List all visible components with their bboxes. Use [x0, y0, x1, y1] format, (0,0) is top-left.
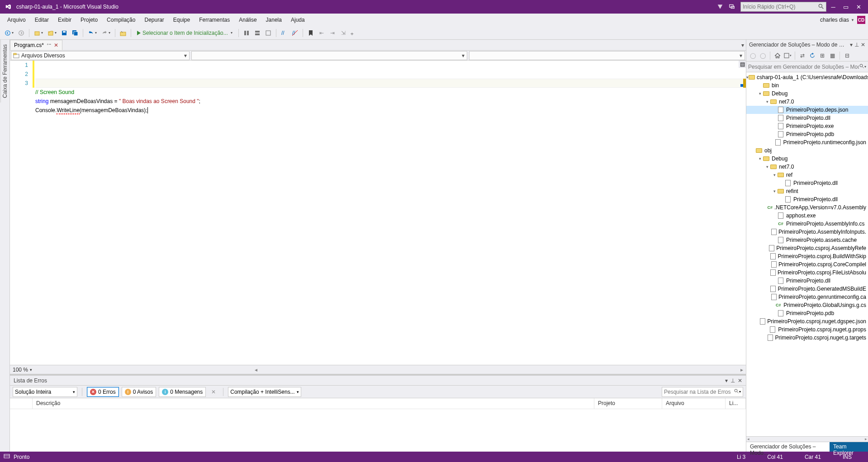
tree-file[interactable]: PrimeiroProjeto.dll: [746, 195, 868, 203]
tab-overflow-icon[interactable]: ▾: [741, 42, 744, 48]
solution-search[interactable]: ▾: [746, 61, 868, 72]
sx-sync-icon[interactable]: ▾: [783, 51, 792, 60]
maximize-button[interactable]: ▭: [840, 2, 852, 12]
menu-janela[interactable]: Janela: [261, 15, 286, 25]
tree-file[interactable]: PrimeiroProjeto.deps.json: [746, 106, 868, 114]
clear-filter-button[interactable]: ✕: [209, 387, 218, 397]
open-file-button[interactable]: ▾: [46, 28, 58, 38]
quick-launch[interactable]: [740, 2, 826, 12]
sx-properties-icon[interactable]: ▦: [828, 51, 837, 60]
tree-file[interactable]: PrimeiroProjeto.AssemblyInfoInputs.: [746, 228, 868, 236]
col-code[interactable]: [10, 398, 33, 409]
user-avatar[interactable]: CD: [857, 16, 865, 24]
warnings-toggle[interactable]: ! 0 Avisos: [122, 387, 156, 397]
panel-dropdown-icon[interactable]: ▾: [725, 377, 728, 384]
tree-file[interactable]: PrimeiroProjeto.csproj.nuget.dgspec.json: [746, 317, 868, 325]
save-button[interactable]: [59, 28, 69, 38]
sx-back-icon[interactable]: ◯: [748, 51, 757, 60]
menu-ajuda[interactable]: Ajuda: [286, 15, 309, 25]
tree-folder[interactable]: ▾net7.0: [746, 163, 868, 171]
tree-expander-icon[interactable]: ▾: [772, 173, 777, 177]
menu-depurar[interactable]: Depurar: [140, 15, 168, 25]
nav-member-dropdown[interactable]: ▾: [469, 51, 745, 60]
zoom-dropdown-icon[interactable]: ▾: [30, 368, 32, 372]
quick-launch-input[interactable]: [743, 4, 818, 10]
menu-exibir[interactable]: Exibir: [53, 15, 76, 25]
menu-equipe[interactable]: Equipe: [169, 15, 194, 25]
bookmark-button[interactable]: [306, 28, 316, 38]
sx-showall-icon[interactable]: ⊞: [818, 51, 827, 60]
menu-ferramentas[interactable]: Ferramentas: [194, 15, 234, 25]
tree-root[interactable]: ▾ csharp-01-aula_1 (C:\Users\esnafe\Down…: [746, 73, 868, 81]
tree-file[interactable]: PrimeiroProjeto.exe: [746, 122, 868, 130]
tree-file[interactable]: PrimeiroProjeto.csproj.BuildWithSkip: [746, 252, 868, 260]
solution-explorer-tab[interactable]: Gerenciador de Soluções – Modo...: [746, 442, 830, 452]
user-dropdown-icon[interactable]: ▼: [851, 18, 854, 22]
tree-folder[interactable]: ▾ref: [746, 171, 868, 179]
tb-extra-1[interactable]: ⇤: [317, 28, 327, 38]
tree-file[interactable]: PrimeiroProjeto.csproj.nuget.g.props: [746, 325, 868, 334]
sx-fwd-icon[interactable]: ◯: [758, 51, 767, 60]
team-explorer-tab[interactable]: Team Explorer: [830, 442, 868, 452]
tree-folder[interactable]: ▾net7.0: [746, 98, 868, 106]
solution-tree[interactable]: ▾ csharp-01-aula_1 (C:\Users\esnafe\Down…: [746, 72, 868, 436]
hscroll-left-icon[interactable]: ◂: [255, 367, 257, 373]
pin-icon[interactable]: ⁺⁼: [47, 42, 51, 47]
tree-file[interactable]: PrimeiroProjeto.GeneratedMSBuildE: [746, 285, 868, 293]
tree-expander-icon[interactable]: ▾: [757, 91, 763, 96]
col-description[interactable]: Descrição: [33, 398, 594, 409]
tree-folder[interactable]: ▾refint: [746, 187, 868, 195]
sx-preview-icon[interactable]: ⊟: [843, 51, 852, 60]
tree-folder[interactable]: ▾Debug: [746, 155, 868, 163]
tree-file[interactable]: PrimeiroProjeto.runtimeconfig.json: [746, 138, 868, 146]
panel-dropdown-icon[interactable]: ▾: [850, 42, 853, 48]
tree-file[interactable]: apphost.exe: [746, 212, 868, 220]
tree-file[interactable]: C#.NETCoreApp,Version=v7.0.Assembly: [746, 203, 868, 212]
comment-button[interactable]: //: [279, 28, 289, 38]
tree-folder[interactable]: ▾Debug: [746, 90, 868, 98]
solution-search-input[interactable]: [748, 64, 859, 70]
notifications-icon[interactable]: [715, 2, 725, 12]
code-editor[interactable]: 1 2 3 // Screen Sound string mensagemDeB…: [10, 61, 746, 365]
error-scope-dropdown[interactable]: Solução Inteira ▾: [13, 387, 77, 397]
tree-file[interactable]: PrimeiroProjeto.csproj.FileListAbsolu: [746, 269, 868, 277]
tree-file[interactable]: PrimeiroProjeto.assets.cache: [746, 236, 868, 244]
tree-folder[interactable]: bin: [746, 81, 868, 90]
tree-file[interactable]: PrimeiroProjeto.dll: [746, 114, 868, 122]
sx-home-icon[interactable]: [773, 51, 782, 60]
tree-file[interactable]: C#PrimeiroProjeto.GlobalUsings.g.cs: [746, 301, 868, 309]
tree-expander-icon[interactable]: ▾: [764, 165, 770, 169]
panel-close-icon[interactable]: ✕: [738, 377, 742, 384]
minimize-button[interactable]: ─: [827, 2, 839, 12]
close-button[interactable]: ✕: [853, 2, 864, 12]
tree-file[interactable]: C#PrimeiroProjeto.AssemblyInfo.cs: [746, 220, 868, 228]
menu-analise[interactable]: Análise: [234, 15, 261, 25]
panel-pin-icon[interactable]: ⊥: [730, 377, 735, 384]
save-all-button[interactable]: [70, 28, 80, 38]
tree-file[interactable]: PrimeiroProjeto.csproj.nuget.g.targets: [746, 334, 868, 342]
uncomment-button[interactable]: //: [290, 28, 300, 38]
menu-editar[interactable]: Editar: [30, 15, 53, 25]
col-line[interactable]: Li...: [726, 398, 746, 409]
zoom-level[interactable]: 100 %: [13, 367, 28, 373]
nav-forward-button[interactable]: [16, 28, 26, 38]
nav-project-dropdown[interactable]: Arquivos Diversos ▾: [11, 51, 190, 60]
hscroll-right-icon[interactable]: ▸: [740, 367, 743, 373]
editor-tab-program[interactable]: Program.cs* ⁺⁼ ✕: [10, 40, 62, 50]
menu-arquivo[interactable]: Arquivo: [3, 15, 30, 25]
tree-expander-icon[interactable]: ▾: [772, 189, 777, 193]
error-list-title-bar[interactable]: Lista de Erros ▾ ⊥ ✕: [10, 376, 746, 386]
step-button-2[interactable]: [252, 28, 262, 38]
menu-projeto[interactable]: Projeto: [76, 15, 102, 25]
user-name[interactable]: charles dias: [818, 17, 851, 23]
tree-file[interactable]: PrimeiroProjeto.dll: [746, 179, 868, 187]
solution-hscroll[interactable]: ◂ ▸: [746, 436, 868, 442]
step-button-3[interactable]: [263, 28, 273, 38]
search-icon[interactable]: [859, 63, 864, 70]
panel-close-icon[interactable]: ✕: [861, 42, 865, 48]
panel-pin-icon[interactable]: ⊥: [854, 42, 859, 48]
tree-file[interactable]: PrimeiroProjeto.csproj.CoreCompilel: [746, 260, 868, 269]
messages-toggle[interactable]: i 0 Mensagens: [159, 387, 206, 397]
col-file[interactable]: Arquivo: [662, 398, 726, 409]
step-button-1[interactable]: [242, 28, 251, 38]
